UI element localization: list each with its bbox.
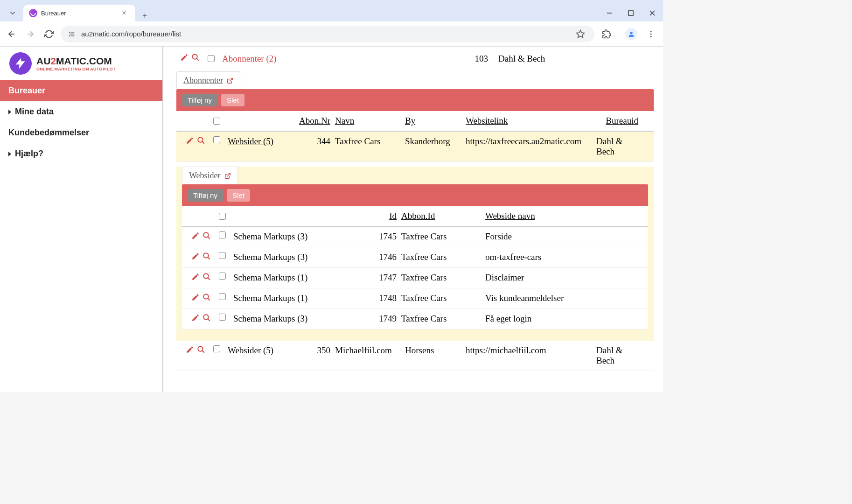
cell-id: 1747 [369,273,397,283]
svg-point-20 [203,253,209,258]
profile-button[interactable] [624,27,639,42]
row-checkbox[interactable] [219,252,226,259]
tab-search-button[interactable] [2,5,23,21]
schema-link[interactable]: Schema Markups (1) [233,273,364,283]
add-button[interactable]: Tilføj ny [182,94,217,106]
col-websitelink[interactable]: Websitelink [466,116,592,126]
tab-close-button[interactable]: × [119,7,130,19]
edit-icon[interactable] [180,53,189,64]
edit-icon[interactable] [191,273,200,283]
edit-icon[interactable] [191,293,200,304]
row-checkbox[interactable] [213,136,220,143]
cell-id: 1745 [369,231,397,242]
search-icon[interactable] [197,136,205,147]
cell-by: Skanderborg [405,136,461,147]
websider-link[interactable]: Websider (5) [228,136,284,147]
search-icon[interactable] [203,231,211,242]
window-maximize-button[interactable] [620,5,642,21]
cell-bureau: Dahl & Bech [596,136,638,157]
search-icon[interactable] [203,293,211,304]
svg-marker-9 [577,30,585,37]
col-abbonid[interactable]: Abbon.Id [401,211,481,221]
edit-icon[interactable] [191,252,200,263]
websider-tab[interactable]: Websider [182,167,238,184]
search-icon[interactable] [203,273,211,283]
svg-point-24 [203,294,209,299]
svg-point-22 [203,273,209,279]
bookmark-star-icon[interactable] [573,27,588,42]
browser-toolbar: au2matic.com/ropo/bureauer/list [0,21,663,47]
web-toolbar: Tilføj ny Slet [182,184,648,206]
window-close-button[interactable] [642,5,663,21]
forward-button[interactable] [23,27,37,41]
sidebar-item-bureauer[interactable]: Bureauer [0,80,162,101]
row-checkbox[interactable] [219,273,226,280]
tab-title: Bureauer [41,10,115,17]
edit-icon[interactable] [186,136,194,147]
logo[interactable]: AU2MATIC.COM ONLINE MARKETING ON AUTOPIL… [0,47,162,80]
schema-link[interactable]: Schema Markups (1) [233,293,364,303]
col-navn[interactable]: Navn [335,116,400,126]
row-checkbox[interactable] [208,55,215,62]
schema-link[interactable]: Schema Markups (3) [233,231,364,242]
col-by[interactable]: By [405,116,461,126]
search-icon[interactable] [203,314,211,324]
browser-tab[interactable]: Bureauer × [23,5,135,21]
websider-tab-label: Websider [189,171,221,181]
row-checkbox[interactable] [219,293,226,300]
row-checkbox[interactable] [219,231,226,238]
svg-point-18 [203,232,209,238]
reload-button[interactable] [42,27,56,41]
sidebar-item-kundebedmmelser[interactable]: Kundebedømmelser [0,122,162,143]
schema-link[interactable]: Schema Markups (3) [233,252,364,262]
col-abonnr[interactable]: Abon.Nr [288,116,330,126]
col-webside[interactable]: Webside navn [485,211,602,221]
cell-webside-name: Disclaimer [485,273,602,283]
sidebar-item-label: Mine data [15,107,54,117]
svg-point-10 [630,31,632,34]
select-all-checkbox[interactable] [219,213,226,220]
sidebar-item-hjlp[interactable]: Hjælp? [0,143,162,164]
svg-line-25 [208,298,210,301]
select-all-checkbox[interactable] [213,118,220,125]
row-checkbox[interactable] [213,345,220,352]
window-minimize-button[interactable] [599,5,620,21]
delete-button[interactable]: Slet [227,189,250,202]
cell-weblink: https://michaelfiil.com [466,345,592,356]
svg-line-17 [202,141,204,144]
back-button[interactable] [5,27,19,41]
logo-text: AU2MATIC.COM [36,56,116,67]
edit-icon[interactable] [191,231,200,242]
schema-link[interactable]: Schema Markups (3) [233,314,364,324]
add-button[interactable]: Tilføj ny [188,189,223,202]
chrome-menu-button[interactable] [643,27,658,42]
svg-line-15 [196,58,199,61]
row-checkbox[interactable] [219,314,226,321]
abonnenter-link[interactable]: Abonnenter (2) [222,54,455,64]
search-icon[interactable] [203,252,211,263]
sidebar: AU2MATIC.COM ONLINE MARKETING ON AUTOPIL… [0,47,163,392]
search-icon[interactable] [191,53,200,64]
col-id[interactable]: Id [369,211,397,221]
extensions-button[interactable] [599,27,614,42]
col-bureauid[interactable]: Bureauid [596,116,638,126]
sidebar-item-minedata[interactable]: Mine data [0,101,162,122]
cell-webside-name: Få eget login [485,314,602,324]
table-row: Schema Markups (1) 1747 Taxfree Cars Dis… [182,268,648,288]
edit-icon[interactable] [191,314,200,324]
abonnenter-tab[interactable]: Abonnenter [176,71,240,89]
websider-link[interactable]: Websider (5) [228,345,284,356]
svg-line-23 [208,278,210,280]
edit-icon[interactable] [186,345,194,356]
svg-line-21 [208,257,210,259]
address-bar[interactable]: au2matic.com/ropo/bureauer/list [61,26,594,42]
cell-webside-name: Forside [485,231,602,242]
table-row: Schema Markups (1) 1748 Taxfree Cars Vis… [182,288,648,309]
site-info-icon[interactable] [67,29,77,39]
delete-button[interactable]: Slet [221,94,244,106]
search-icon[interactable] [197,345,205,356]
new-tab-button[interactable]: + [139,10,150,21]
caret-icon [8,152,11,156]
table-row: Schema Markups (3) 1746 Taxfree Cars om-… [182,247,648,268]
cell-abbon: Taxfree Cars [401,273,481,283]
